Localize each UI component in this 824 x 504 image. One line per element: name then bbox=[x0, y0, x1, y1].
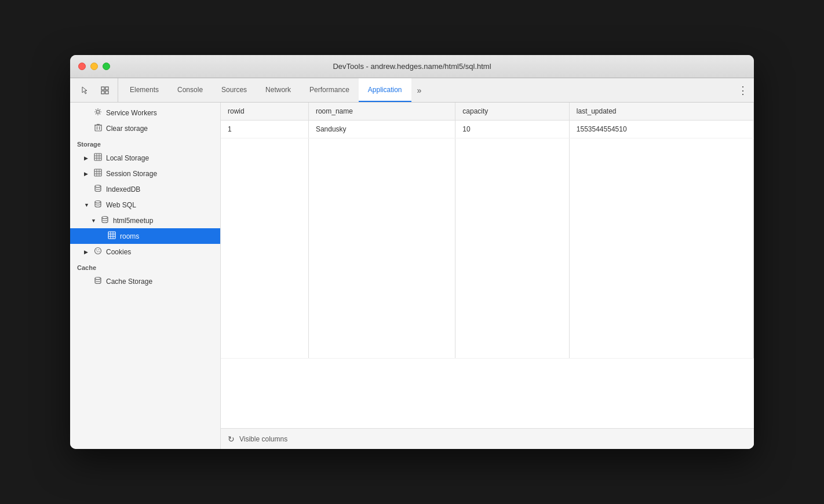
empty-cell-1 bbox=[221, 138, 308, 359]
svg-point-28 bbox=[95, 248, 101, 254]
window-title: DevTools - andrew.hedges.name/html5/sql.… bbox=[333, 62, 491, 71]
svg-rect-10 bbox=[94, 154, 101, 160]
more-tabs-button[interactable]: » bbox=[411, 78, 428, 102]
col-room-name: room_name bbox=[308, 103, 455, 120]
indexeddb-label: IndexedDB bbox=[106, 185, 140, 193]
empty-cell-2 bbox=[308, 138, 455, 359]
svg-rect-23 bbox=[108, 232, 115, 239]
tab-sources[interactable]: Sources bbox=[212, 78, 256, 102]
svg-rect-2 bbox=[101, 91, 104, 94]
traffic-lights bbox=[78, 63, 110, 70]
svg-point-32 bbox=[99, 251, 100, 253]
sidebar-item-clear-storage[interactable]: Clear storage bbox=[70, 120, 220, 136]
clear-storage-label: Clear storage bbox=[106, 125, 148, 133]
session-storage-label: Session Storage bbox=[106, 170, 157, 178]
tabbar: Elements Console Sources Network Perform… bbox=[70, 78, 754, 103]
col-capacity: capacity bbox=[455, 103, 570, 120]
svg-rect-15 bbox=[94, 169, 101, 176]
maximize-button[interactable] bbox=[103, 63, 110, 70]
inspect-element-button[interactable] bbox=[97, 82, 113, 98]
db-icon bbox=[93, 184, 103, 194]
cell-room-name: Sandusky bbox=[308, 120, 455, 138]
devtools-window: DevTools - andrew.hedges.name/html5/sql.… bbox=[70, 55, 754, 449]
sidebar-item-cookies[interactable]: ▶ Cookies bbox=[70, 244, 220, 260]
websql-label: Web SQL bbox=[106, 201, 136, 209]
svg-point-33 bbox=[95, 277, 101, 280]
db-icon bbox=[93, 200, 103, 210]
svg-point-29 bbox=[96, 250, 97, 251]
table-header-row: rowid room_name capacity last_updated bbox=[221, 103, 754, 120]
cookies-label: Cookies bbox=[106, 248, 131, 256]
cell-last-updated: 1553544554510 bbox=[569, 120, 753, 138]
tab-performance[interactable]: Performance bbox=[300, 78, 359, 102]
storage-section-label: Storage bbox=[70, 136, 220, 150]
svg-rect-0 bbox=[101, 87, 104, 90]
sidebar-item-websql[interactable]: ▼ Web SQL bbox=[70, 197, 220, 213]
svg-rect-5 bbox=[95, 125, 101, 131]
db-icon bbox=[100, 216, 110, 225]
table-container: rowid room_name capacity last_updated 1 … bbox=[221, 103, 754, 428]
content-area: rowid room_name capacity last_updated 1 … bbox=[221, 103, 754, 449]
visible-columns-label: Visible columns bbox=[239, 435, 287, 443]
tab-application[interactable]: Application bbox=[359, 78, 411, 102]
svg-point-20 bbox=[95, 185, 101, 188]
kebab-menu-button[interactable]: ⋮ bbox=[732, 78, 754, 102]
refresh-button[interactable]: ↻ bbox=[228, 434, 235, 444]
svg-point-31 bbox=[97, 251, 98, 253]
sidebar-item-session-storage[interactable]: ▶ Session Storage bbox=[70, 166, 220, 181]
svg-point-30 bbox=[99, 249, 100, 250]
col-last-updated: last_updated bbox=[569, 103, 753, 120]
sidebar-item-local-storage[interactable]: ▶ Local Storage bbox=[70, 150, 220, 166]
chevron-down-icon: ▼ bbox=[91, 218, 97, 224]
table-row-empty bbox=[221, 138, 754, 359]
empty-cell-3 bbox=[455, 138, 570, 359]
minimize-button[interactable] bbox=[90, 63, 98, 70]
chevron-down-icon: ▼ bbox=[84, 202, 90, 208]
tab-network[interactable]: Network bbox=[256, 78, 300, 102]
tabbar-icons bbox=[72, 78, 118, 102]
cursor-tool-button[interactable] bbox=[77, 82, 93, 98]
svg-rect-3 bbox=[105, 91, 108, 94]
table-icon bbox=[107, 231, 116, 241]
local-storage-label: Local Storage bbox=[106, 154, 149, 162]
svg-point-22 bbox=[102, 217, 108, 219]
svg-rect-1 bbox=[105, 87, 108, 90]
table-footer: ↻ Visible columns bbox=[221, 428, 754, 449]
service-workers-label: Service Workers bbox=[106, 109, 157, 117]
cookie-icon bbox=[93, 247, 103, 257]
sidebar-item-rooms[interactable]: rooms bbox=[70, 228, 220, 244]
cell-rowid: 1 bbox=[221, 120, 308, 138]
html5meetup-label: html5meetup bbox=[113, 217, 153, 225]
cell-capacity: 10 bbox=[455, 120, 570, 138]
tab-console[interactable]: Console bbox=[168, 78, 212, 102]
col-rowid: rowid bbox=[221, 103, 308, 120]
sidebar-item-html5meetup[interactable]: ▼ html5meetup bbox=[70, 213, 220, 228]
table-icon bbox=[93, 153, 103, 163]
titlebar: DevTools - andrew.hedges.name/html5/sql.… bbox=[70, 55, 754, 78]
cache-storage-label: Cache Storage bbox=[106, 277, 152, 286]
sidebar-item-cache-storage[interactable]: Cache Storage bbox=[70, 273, 220, 289]
svg-point-4 bbox=[97, 111, 100, 114]
tab-elements[interactable]: Elements bbox=[121, 78, 168, 102]
empty-cell-4 bbox=[569, 138, 753, 359]
sidebar: Service Workers Clear storage Storage bbox=[70, 103, 221, 449]
chevron-right-icon: ▶ bbox=[84, 249, 90, 255]
close-button[interactable] bbox=[78, 63, 86, 70]
sidebar-item-service-workers[interactable]: Service Workers bbox=[70, 105, 220, 120]
table-icon bbox=[93, 169, 103, 178]
chevron-right-icon: ▶ bbox=[84, 171, 90, 177]
main-content: Service Workers Clear storage Storage bbox=[70, 103, 754, 449]
sidebar-item-indexeddb[interactable]: IndexedDB bbox=[70, 181, 220, 197]
svg-point-21 bbox=[95, 201, 101, 203]
trash-icon bbox=[93, 123, 103, 133]
table-row[interactable]: 1 Sandusky 10 1553544554510 bbox=[221, 120, 754, 138]
gear-icon bbox=[93, 108, 103, 118]
cache-section-label: Cache bbox=[70, 260, 220, 273]
data-table: rowid room_name capacity last_updated 1 … bbox=[221, 103, 754, 359]
rooms-label: rooms bbox=[120, 232, 139, 240]
chevron-right-icon: ▶ bbox=[84, 155, 90, 161]
db-icon bbox=[93, 276, 103, 286]
